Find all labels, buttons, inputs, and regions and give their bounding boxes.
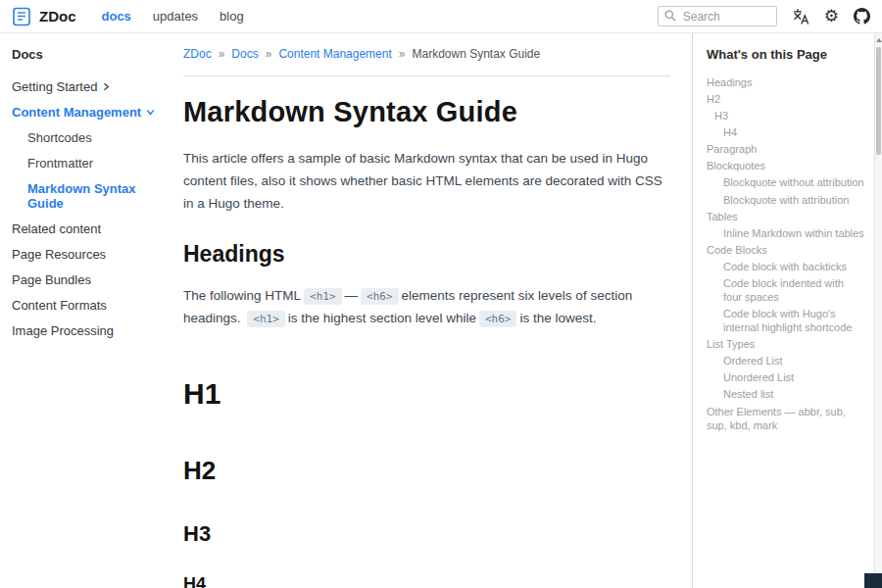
translate-icon[interactable] — [792, 8, 809, 25]
sidebar-item-page-bundles[interactable]: Page Bundles — [12, 272, 162, 287]
nav-item-blog[interactable]: blog — [220, 9, 244, 24]
primary-nav: docs updates blog — [102, 9, 244, 24]
toc-sidebar: What's on this Page Headings H2 H3 H4 Pa… — [692, 33, 874, 588]
vertical-scrollbar[interactable] — [874, 33, 882, 588]
code-chip-h1: <h1> — [247, 311, 285, 327]
heading-sample-h4: H4 — [183, 574, 670, 588]
left-sidebar: Docs Getting Started Content Management … — [0, 33, 172, 588]
nav-item-updates[interactable]: updates — [153, 9, 198, 24]
toc-item-unordered-list[interactable]: Unordered List — [707, 370, 864, 384]
sidebar-item-page-resources[interactable]: Page Resources — [12, 247, 162, 262]
chevron-right-icon — [102, 79, 111, 94]
code-chip-h6: <h6> — [479, 311, 517, 327]
breadcrumb: ZDoc » Docs » Content Management » Markd… — [183, 47, 670, 61]
breadcrumb-link-content-management[interactable]: Content Management — [278, 47, 391, 61]
toc-item-ordered-list[interactable]: Ordered List — [707, 354, 864, 368]
breadcrumb-separator: » — [399, 47, 406, 61]
github-icon[interactable] — [854, 8, 870, 24]
settings-gear-icon[interactable]: ⚙ — [824, 8, 839, 24]
heading-sample-h2: H2 — [183, 456, 670, 486]
intro-paragraph: This article offers a sample of basic Ma… — [183, 148, 670, 216]
toc-item-blockquotes[interactable]: Blockquotes — [707, 159, 864, 172]
breadcrumb-separator: » — [219, 47, 225, 61]
heading-sample-h3: H3 — [183, 521, 670, 547]
toc-item-code-blocks[interactable]: Code Blocks — [707, 243, 864, 257]
toc-item-code-block-with-backticks[interactable]: Code block with backticks — [707, 260, 864, 273]
heading-sample-h1: H1 — [183, 377, 670, 411]
sidebar-item-shortcodes[interactable]: Shortcodes — [12, 130, 162, 145]
toc-title: What's on this Page — [707, 47, 864, 62]
page-title: Markdown Syntax Guide — [183, 96, 670, 128]
toc-item-code-block-indented[interactable]: Code block indented with four spaces — [707, 276, 864, 304]
sidebar-item-image-processing[interactable]: Image Processing — [12, 323, 162, 338]
toc-item-code-block-highlight-shortcode[interactable]: Code block with Hugo's internal highligh… — [707, 307, 864, 334]
breadcrumb-divider — [183, 75, 670, 76]
sidebar-section-title: Docs — [12, 47, 162, 62]
toc-item-tables[interactable]: Tables — [707, 210, 864, 223]
main-content: ZDoc » Docs » Content Management » Markd… — [172, 33, 692, 588]
sidebar-item-markdown-syntax-guide[interactable]: Markdown Syntax Guide — [12, 181, 162, 211]
top-navbar: ZDoc docs updates blog ⚙ — [0, 0, 882, 33]
breadcrumb-separator: » — [266, 47, 272, 61]
app-logo-icon[interactable] — [12, 7, 31, 26]
toc-item-h4[interactable]: H4 — [707, 125, 864, 139]
toc-item-nested-list[interactable]: Nested list — [707, 387, 864, 401]
code-chip-h6: <h6> — [361, 288, 399, 305]
toc-item-h2[interactable]: H2 — [707, 92, 864, 106]
toc-item-list-types[interactable]: List Types — [707, 337, 864, 351]
sidebar-item-frontmatter[interactable]: Frontmatter — [12, 156, 162, 171]
sidebar-item-content-formats[interactable]: Content Formats — [12, 298, 162, 313]
sidebar-item-related-content[interactable]: Related content — [12, 221, 162, 236]
breadcrumb-current-page: Markdown Syntax Guide — [412, 47, 540, 61]
scroll-bottom-corner-button[interactable] — [864, 573, 882, 588]
search-box[interactable] — [658, 6, 777, 26]
scrollbar-up-arrow-icon[interactable] — [876, 38, 882, 42]
toc-item-blockquote-without-attribution[interactable]: Blockquote without attribution — [707, 175, 864, 189]
headings-section-title: Headings — [183, 241, 670, 268]
toc-item-blockquote-with-attribution[interactable]: Blockquote with attribution — [707, 193, 864, 207]
brand-title[interactable]: ZDoc — [39, 8, 76, 24]
search-icon — [664, 8, 676, 25]
scrollbar-thumb[interactable] — [876, 47, 881, 155]
navbar-actions: ⚙ — [658, 6, 870, 26]
sidebar-item-getting-started[interactable]: Getting Started — [12, 79, 162, 94]
headings-paragraph: The following HTML<h1>—<h6>elements repr… — [183, 285, 670, 330]
chevron-down-icon — [146, 105, 155, 120]
toc-item-other-elements[interactable]: Other Elements — abbr, sub, sup, kbd, ma… — [707, 405, 864, 432]
toc-item-inline-markdown-within-tables[interactable]: Inline Markdown within tables — [707, 226, 864, 240]
toc-item-paragraph[interactable]: Paragraph — [707, 142, 864, 156]
search-input[interactable] — [681, 9, 770, 24]
sidebar-item-content-management[interactable]: Content Management — [12, 105, 162, 120]
code-chip-h1: <h1> — [304, 288, 342, 305]
nav-item-docs[interactable]: docs — [102, 9, 131, 24]
breadcrumb-link-docs[interactable]: Docs — [231, 47, 258, 61]
breadcrumb-link-zdoc[interactable]: ZDoc — [183, 47, 212, 61]
toc-item-headings[interactable]: Headings — [707, 75, 864, 89]
toc-item-h3[interactable]: H3 — [707, 109, 864, 122]
